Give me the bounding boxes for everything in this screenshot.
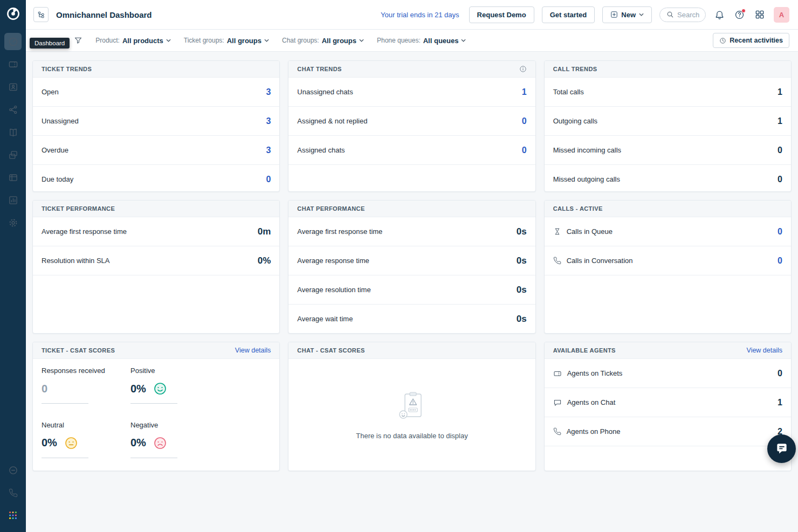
card-header: AVAILABLE AGENTS View details — [545, 342, 791, 359]
stat-row: Calls in Conversation 0 — [545, 246, 791, 275]
stat-value-link[interactable]: 0 — [522, 146, 527, 155]
stat-value-link[interactable]: 3 — [266, 146, 271, 155]
stat-value: 0 — [778, 146, 782, 155]
page-title: Omnichannel Dashboard — [56, 10, 152, 19]
filter-value: All products — [122, 37, 163, 45]
filter-bar: y Product: All products Ticket groups: A… — [26, 30, 798, 52]
stat-value-link[interactable]: 0 — [522, 116, 527, 126]
get-started-button[interactable]: Get started — [542, 6, 595, 23]
csat-responses-received: Responses received 0 — [42, 367, 130, 409]
new-button[interactable]: New — [602, 6, 652, 23]
stat-row: Open 3 — [33, 78, 279, 107]
chat-bubble-icon — [553, 398, 562, 407]
social-icon — [8, 105, 18, 115]
chevron-down-icon — [639, 13, 644, 16]
csat-value: 0% — [130, 383, 146, 395]
sidebar-bottom-nav — [0, 459, 26, 527]
sidebar-item-analytics[interactable] — [0, 189, 26, 211]
sidebar-item-tickets[interactable] — [0, 53, 26, 75]
stat-row: Average wait time 0s — [288, 305, 535, 334]
sidebar-item-chat-channels[interactable] — [0, 143, 26, 166]
dashboard-content: TICKET TRENDS Open 3 Unassigned 3 Overdu… — [26, 52, 798, 532]
stat-value: 0% — [258, 255, 271, 266]
apps-grid-button[interactable] — [753, 8, 766, 21]
chat-widget-button[interactable] — [767, 434, 796, 463]
card-header: CHAT TRENDS — [288, 61, 535, 78]
stat-row: Average resolution time 0s — [288, 275, 535, 305]
view-details-link[interactable]: View details — [235, 347, 271, 354]
card-title: CHAT PERFORMANCE — [297, 205, 364, 212]
filter-icon[interactable] — [74, 36, 82, 45]
dashboard-icon — [8, 37, 18, 47]
recent-activities-button[interactable]: Recent activities — [713, 33, 789, 48]
recent-activities-label: Recent activities — [730, 37, 783, 44]
chevron-down-icon — [166, 39, 171, 42]
settings-icon — [8, 218, 18, 228]
filter-chat-groups[interactable]: Chat groups: All groups — [282, 37, 364, 45]
card-title: TICKET PERFORMANCE — [42, 205, 115, 212]
sidebar-collapse-button[interactable] — [33, 7, 49, 22]
filter-label: Ticket groups: — [184, 37, 224, 44]
stat-value: 0 — [778, 369, 782, 378]
sidebar-item-app-switcher[interactable] — [0, 504, 26, 527]
chevron-down-icon — [461, 39, 466, 42]
stat-row: Due today 0 — [33, 165, 279, 192]
card-title: CHAT TRENDS — [297, 66, 341, 72]
stat-label: Average wait time — [297, 315, 353, 323]
stat-value-link[interactable]: 0 — [778, 227, 782, 237]
sidebar-item-phone[interactable] — [0, 481, 26, 504]
stat-value-link[interactable]: 0 — [778, 256, 782, 266]
stat-label: Calls in Queue — [567, 227, 613, 236]
chat-trends-card: CHAT TRENDS Unassigned chats 1 Assigned … — [288, 60, 535, 192]
sidebar-item-apps[interactable] — [0, 166, 26, 189]
flow-icon — [37, 11, 45, 19]
sidebar-item-settings[interactable] — [0, 211, 26, 234]
filter-product[interactable]: Product: All products — [95, 37, 171, 45]
smiley-negative-icon — [154, 437, 167, 450]
phone-call-icon — [553, 257, 561, 265]
stat-row: Calls in Queue 0 — [545, 217, 791, 246]
filter-ticket-groups[interactable]: Ticket groups: All groups — [184, 37, 269, 45]
stat-label: Average first response time — [42, 227, 127, 236]
card-title: CALLS - ACTIVE — [553, 205, 603, 212]
contacts-icon — [8, 82, 18, 92]
sidebar-item-contacts[interactable] — [0, 75, 26, 98]
card-header: TICKET PERFORMANCE — [33, 201, 279, 217]
csat-label: Responses received — [42, 367, 130, 375]
help-button[interactable] — [733, 9, 746, 21]
ticket-csat-card: TICKET - CSAT SCORES View details Respon… — [32, 342, 280, 471]
stat-value-link[interactable]: 0 — [266, 175, 271, 184]
sidebar-item-dashboard[interactable] — [0, 30, 26, 53]
sidebar-item-solutions[interactable] — [0, 121, 26, 143]
sidebar — [0, 0, 26, 532]
stat-label: Unassigned — [42, 117, 79, 125]
plus-square-icon — [610, 11, 618, 18]
filter-label: Chat groups: — [282, 37, 319, 44]
divider — [42, 458, 88, 458]
avatar[interactable]: A — [774, 7, 789, 23]
request-demo-button[interactable]: Request Demo — [469, 6, 534, 23]
card-header: CALLS - ACTIVE — [545, 201, 791, 217]
info-icon[interactable] — [519, 65, 527, 73]
empty-state-message: There is no data available to display — [356, 432, 467, 440]
card-header: TICKET - CSAT SCORES View details — [33, 342, 279, 359]
trial-countdown[interactable]: Your trial ends in 21 days — [381, 11, 459, 19]
main-area: Omnichannel Dashboard Your trial ends in… — [26, 0, 798, 532]
sidebar-item-chat-status[interactable] — [0, 459, 26, 481]
search-box[interactable] — [659, 8, 706, 22]
csat-label: Positive — [130, 367, 219, 375]
search-input[interactable] — [677, 11, 703, 19]
stat-label: Assigned & not replied — [297, 117, 367, 125]
stat-row: Total calls 1 — [545, 78, 791, 107]
notifications-button[interactable] — [713, 9, 726, 21]
filter-phone-queues[interactable]: Phone queues: All queues — [377, 37, 466, 45]
sidebar-item-social[interactable] — [0, 98, 26, 121]
freshworks-logo[interactable] — [4, 4, 22, 23]
stat-value-link[interactable]: 1 — [522, 87, 527, 97]
available-agents-card: AVAILABLE AGENTS View details Agents on … — [544, 342, 792, 471]
stat-label: Agents on Tickets — [567, 369, 623, 377]
view-details-link[interactable]: View details — [747, 347, 782, 354]
stat-value: 0s — [517, 285, 527, 295]
stat-value-link[interactable]: 3 — [266, 116, 271, 126]
stat-value-link[interactable]: 3 — [266, 87, 271, 97]
